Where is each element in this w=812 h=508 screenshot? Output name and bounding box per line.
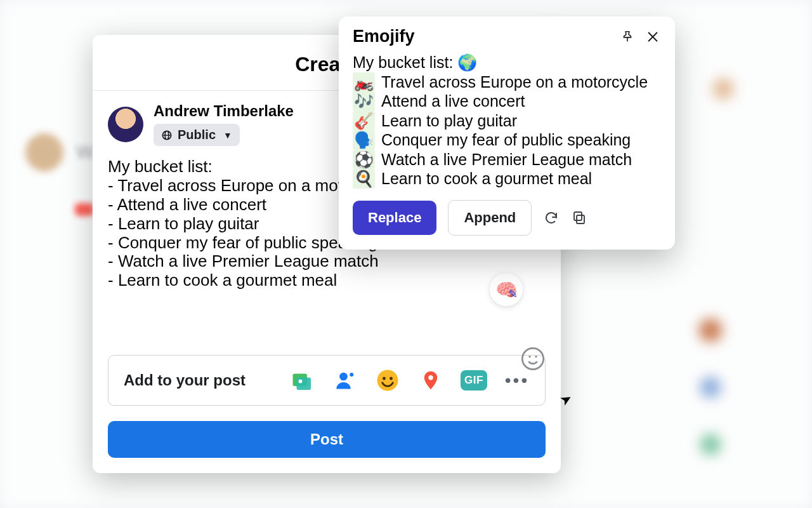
bg-pill-hint xyxy=(75,203,94,216)
feeling-button[interactable] xyxy=(375,368,400,393)
add-photo-button[interactable] xyxy=(289,368,314,393)
replace-button[interactable]: Replace xyxy=(353,201,436,235)
popover-title: Emojify xyxy=(353,27,415,46)
popover-line: 🎸Learn to play guitar xyxy=(353,111,661,131)
copy-button[interactable] xyxy=(571,210,587,226)
audience-label: Public xyxy=(178,128,216,142)
caret-down-icon: ▼ xyxy=(223,130,232,140)
popover-line-emoji: 🏍️ xyxy=(353,72,375,92)
svg-point-2 xyxy=(535,356,537,358)
svg-point-11 xyxy=(428,375,433,380)
emoji-picker-button[interactable] xyxy=(520,346,546,371)
svg-point-1 xyxy=(528,356,530,358)
post-button[interactable]: Post xyxy=(108,421,546,458)
add-to-post-bar: Add to your post GIF ••• xyxy=(108,355,546,406)
add-to-post-label: Add to your post xyxy=(124,371,246,389)
popover-line-text: Learn to cook a gourmet meal xyxy=(381,169,592,189)
popover-line-text: Learn to play guitar xyxy=(381,111,517,131)
ai-assist-button[interactable]: 🧠 ✎ xyxy=(490,273,523,306)
audience-selector[interactable]: Public ▼ xyxy=(154,124,240,146)
pin-button[interactable] xyxy=(619,29,636,45)
svg-point-0 xyxy=(522,348,543,369)
popover-line-text: My bucket list: 🌍 xyxy=(353,53,477,72)
emojify-popover: Emojify My bucket list: 🌍🏍️Travel across… xyxy=(339,17,675,250)
popover-line-emoji: 🗣️ xyxy=(353,130,375,150)
close-button[interactable] xyxy=(645,29,661,45)
popover-line-text: Conquer my fear of public speaking xyxy=(381,130,631,150)
popover-line-emoji: 🎸 xyxy=(353,111,375,131)
svg-point-9 xyxy=(383,377,386,380)
svg-rect-13 xyxy=(574,212,582,220)
append-button[interactable]: Append xyxy=(448,200,532,236)
popover-line: 🏍️Travel across Europe on a motorcycle xyxy=(353,72,661,92)
checkin-button[interactable] xyxy=(418,368,443,393)
popover-line: 🗣️Conquer my fear of public speaking xyxy=(353,130,661,150)
popover-line-text: Travel across Europe on a motorcycle xyxy=(381,72,648,92)
close-icon xyxy=(646,30,660,44)
bg-avatar-hint xyxy=(25,133,63,171)
popover-line-text: Watch a live Premier League match xyxy=(381,150,632,170)
pin-icon xyxy=(620,30,634,44)
user-name: Andrew Timberlake xyxy=(154,102,294,120)
feeling-icon xyxy=(376,369,399,392)
photo-icon xyxy=(290,369,313,392)
refresh-icon xyxy=(544,210,559,225)
regenerate-button[interactable] xyxy=(543,210,560,226)
bg-text-hint: W xyxy=(76,141,94,163)
svg-point-8 xyxy=(377,370,398,391)
gif-button[interactable]: GIF xyxy=(461,368,487,393)
svg-rect-4 xyxy=(297,378,311,391)
pencil-icon: ✎ xyxy=(508,287,518,301)
gif-icon: GIF xyxy=(461,370,487,391)
tag-people-button[interactable] xyxy=(332,368,357,393)
person-icon xyxy=(333,369,356,392)
svg-point-10 xyxy=(390,377,393,380)
user-avatar[interactable] xyxy=(108,107,143,142)
popover-line-emoji: ⚽ xyxy=(353,150,375,170)
svg-rect-12 xyxy=(577,215,584,224)
popover-line: 🎶Attend a live concert xyxy=(353,91,661,111)
copy-icon xyxy=(572,210,587,225)
popover-line-emoji: 🍳 xyxy=(353,169,375,189)
popover-line: ⚽Watch a live Premier League match xyxy=(353,150,661,170)
svg-point-5 xyxy=(299,380,303,384)
popover-line: 🍳Learn to cook a gourmet meal xyxy=(353,169,661,189)
popover-line: My bucket list: 🌍 xyxy=(353,53,661,72)
globe-icon xyxy=(161,130,173,141)
svg-point-6 xyxy=(339,373,348,381)
popover-line-emoji: 🎶 xyxy=(353,91,375,111)
popover-line-text: Attend a live concert xyxy=(381,91,525,111)
popover-body: My bucket list: 🌍🏍️Travel across Europe … xyxy=(353,53,661,189)
location-pin-icon xyxy=(420,370,442,391)
smile-icon xyxy=(520,346,546,371)
ellipsis-icon: ••• xyxy=(505,370,529,391)
svg-point-7 xyxy=(350,373,353,377)
